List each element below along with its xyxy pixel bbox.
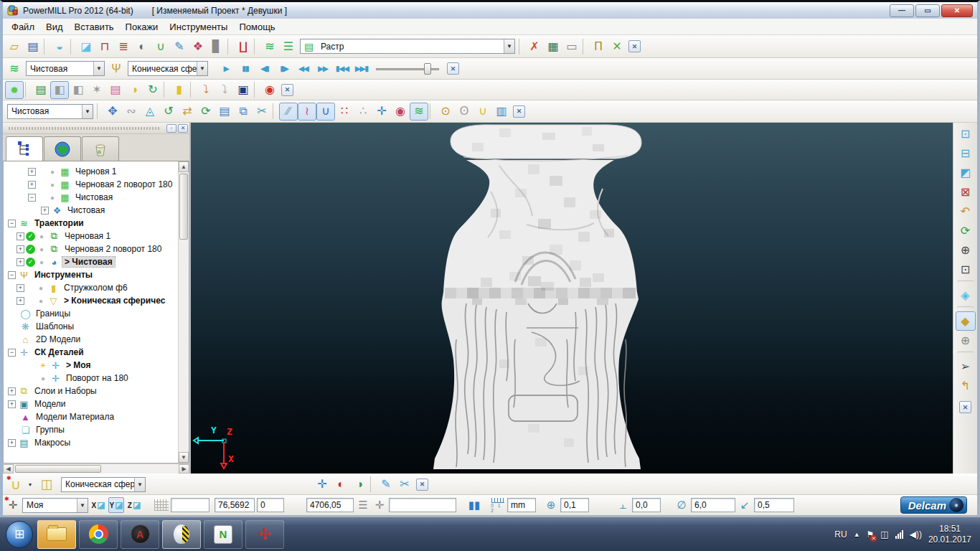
- volume-icon[interactable]: ◀)): [910, 529, 922, 540]
- reverse-toolpath-icon[interactable]: ↺: [159, 103, 178, 121]
- cut-icon[interactable]: ✂: [253, 103, 271, 121]
- active-tool-icon[interactable]: ✱∪: [6, 476, 26, 493]
- expand-icon[interactable]: [8, 336, 17, 344]
- lamp-icon[interactable]: [48, 194, 57, 202]
- tree-item-toolpath-chernovaya-1[interactable]: + ⧉ Черновая 1: [4, 230, 178, 242]
- options-jug-icon[interactable]: ◒: [50, 37, 69, 55]
- tool-shade-icon[interactable]: ∪: [473, 103, 492, 121]
- go-end-icon[interactable]: ▶▶▮: [353, 60, 370, 77]
- boundary-icon[interactable]: ∪: [151, 37, 170, 55]
- item-label[interactable]: Макросы: [32, 438, 72, 448]
- draw-links-icon[interactable]: ≀: [298, 103, 316, 121]
- expand-icon[interactable]: +: [17, 245, 24, 253]
- tip-radius-field[interactable]: [754, 498, 794, 512]
- block-icon[interactable]: ◪: [77, 37, 95, 55]
- workplane-combo[interactable]: Моя▼: [22, 498, 88, 513]
- statistics-icon[interactable]: ▥: [492, 103, 511, 121]
- open-project-icon[interactable]: ▱: [5, 37, 24, 55]
- rainbow-block-icon[interactable]: ▤: [106, 81, 125, 99]
- undo-select-icon[interactable]: ↰: [956, 376, 976, 395]
- zoom-box-icon[interactable]: ⊡: [956, 260, 976, 279]
- taskbar-audio-app-icon[interactable]: A: [121, 520, 159, 549]
- estimator-icon[interactable]: ▭: [562, 37, 581, 55]
- kill-process-icon[interactable]: ✕: [608, 37, 626, 55]
- x-axis-lock-button[interactable]: X◪: [90, 497, 106, 513]
- expand-icon[interactable]: [8, 413, 17, 421]
- holder-icon[interactable]: ▊: [207, 37, 226, 55]
- lamp-icon[interactable]: [37, 297, 45, 305]
- tree-item-tool-konicheskaya[interactable]: + ▽ > Коническая сферичес: [4, 294, 178, 307]
- item-label[interactable]: Слои и Наборы: [32, 386, 99, 396]
- close-toolbar-icon[interactable]: ✕: [628, 40, 641, 52]
- expand-icon[interactable]: +: [28, 181, 36, 189]
- tree-item-chistovaya-strategy[interactable]: − ▦ Чистовая: [4, 191, 178, 204]
- expand-icon[interactable]: +: [28, 168, 36, 176]
- scroll-down-icon[interactable]: ▼: [179, 452, 189, 463]
- expand-icon[interactable]: [28, 375, 37, 382]
- item-label[interactable]: > Коническая сферичес: [62, 296, 167, 306]
- ruler-icon[interactable]: 0 1 2: [491, 498, 505, 513]
- toolpath-combo[interactable]: Чистовая▼: [7, 104, 93, 119]
- tree-item-stock-models[interactable]: ▲ Модели Материала: [4, 410, 178, 423]
- entity-sim-icon[interactable]: ▤: [32, 81, 50, 99]
- expand-icon[interactable]: [8, 426, 17, 434]
- block-plain-icon[interactable]: ◧: [69, 81, 88, 99]
- tree-item-toolpath-chernovaya-2[interactable]: + ⧉ Черновая 2 поворот 180: [4, 242, 178, 255]
- restore-panel-icon[interactable]: ▫: [166, 124, 176, 133]
- go-start-icon[interactable]: ▮◀◀: [334, 60, 351, 77]
- close-toolbar-icon[interactable]: ✕: [281, 84, 293, 96]
- expand-icon[interactable]: −: [8, 220, 16, 227]
- z-coordinate-field[interactable]: [306, 498, 354, 512]
- tool-mirror-green-icon[interactable]: ◑: [350, 476, 369, 494]
- zoom-fit-icon[interactable]: ⊕: [956, 240, 976, 260]
- graphics-viewport[interactable]: Y Z X: [191, 123, 953, 474]
- limit-toolpath-icon[interactable]: ∾: [122, 103, 141, 121]
- active-tool-combo[interactable]: Коническая сфер▼: [61, 477, 146, 492]
- z-axis-lock-button[interactable]: Z◪: [126, 497, 142, 513]
- panel-grip[interactable]: [9, 127, 161, 130]
- cylinder-block-icon[interactable]: ◑: [125, 81, 143, 99]
- rapid-heights-icon[interactable]: ≣: [114, 37, 133, 55]
- tool-holder-icon[interactable]: ◫: [37, 476, 56, 494]
- menu-item[interactable]: Покажи: [120, 20, 164, 34]
- select-box-icon[interactable]: ➢: [956, 357, 976, 376]
- expand-icon[interactable]: [8, 323, 17, 331]
- scroll-left-icon[interactable]: ◀: [3, 464, 14, 474]
- draw-toolpath-icon[interactable]: ∕∕: [279, 103, 298, 121]
- cut-tool-icon[interactable]: ✂: [395, 476, 414, 494]
- item-label[interactable]: Черновая 1: [62, 231, 113, 241]
- move-toolpath-icon[interactable]: ✥: [103, 103, 122, 121]
- start-point-icon[interactable]: ◐: [133, 37, 151, 55]
- item-label[interactable]: > Моя: [64, 360, 93, 370]
- lamp-icon[interactable]: [39, 375, 47, 382]
- close-toolbar-icon[interactable]: ✕: [959, 401, 971, 413]
- update-icon[interactable]: ⟳: [197, 103, 215, 121]
- item-label[interactable]: Траектории: [32, 218, 86, 228]
- position-input[interactable]: [389, 498, 456, 512]
- tree-item-tools[interactable]: − Ψ Инструменты: [4, 268, 178, 281]
- item-label[interactable]: Модели Материала: [34, 412, 116, 422]
- menu-item[interactable]: Инструменты: [164, 20, 233, 34]
- item-label[interactable]: 2D Модели: [34, 334, 83, 344]
- edit-toolpath-icon[interactable]: ◬: [141, 103, 159, 121]
- tree-item-boundaries[interactable]: ◯ Границы: [4, 307, 178, 320]
- tool-mirror-red-icon[interactable]: ◐: [331, 476, 350, 494]
- draw-contact-icon[interactable]: ◉: [391, 103, 410, 121]
- tree-item-patterns[interactable]: ❋ Шаблоны: [4, 320, 178, 333]
- simulation-speed-slider[interactable]: [376, 62, 439, 75]
- write-stock-icon[interactable]: ▣: [234, 81, 253, 99]
- tools-icon[interactable]: Ψ: [107, 60, 126, 77]
- target-point-icon[interactable]: ✛: [372, 499, 387, 512]
- grid-icon[interactable]: [154, 499, 169, 511]
- close-panel-icon[interactable]: ✕: [178, 124, 188, 133]
- snap-input[interactable]: [171, 498, 209, 512]
- tool-cylinder-icon[interactable]: ▮: [170, 81, 189, 99]
- tree-item-chernovya-1[interactable]: + ▦ Черновя 1: [4, 165, 178, 178]
- scroll-up-icon[interactable]: ▲: [179, 161, 189, 172]
- expand-icon[interactable]: [8, 310, 17, 318]
- diameter-field[interactable]: [691, 498, 735, 512]
- refresh-view-icon[interactable]: ⟳: [956, 221, 976, 240]
- close-toolbar-icon[interactable]: ✕: [416, 479, 428, 491]
- expand-icon[interactable]: −: [8, 349, 16, 357]
- item-label[interactable]: Инструменты: [32, 270, 95, 280]
